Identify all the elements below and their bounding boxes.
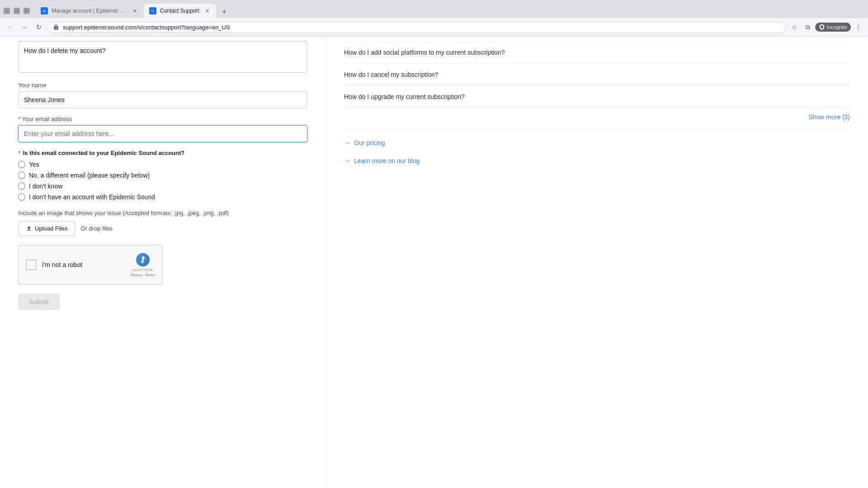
reload-button[interactable]: ↻ [33,21,45,33]
extensions-button[interactable]: ⧉ [802,21,814,33]
radio-noaccount-input[interactable] [18,193,25,201]
blog-link[interactable]: → Learn more on our blog [344,152,850,170]
file-upload-section: Include an image that shows your issue (… [18,210,307,236]
faq-item-1[interactable]: How do I cancel my subscription? [344,64,850,86]
blog-label: Learn more on our blog [354,157,420,164]
browser-title-bar: – □ ✕ M Manage account | Epidemic So... … [0,0,868,18]
captcha-label: I'm not a robot [42,261,125,268]
radio-required-marker: * [18,150,20,156]
address-bar[interactable]: support.epidemicsound.com/s/contactsuppo… [47,22,786,33]
our-pricing-label: Our pricing [354,139,385,146]
blog-arrow-icon: → [344,157,350,164]
captcha-privacy-terms: Privacy - Terms [130,273,155,277]
tab-favicon-1: M [41,7,48,14]
window-controls: – □ ✕ [4,8,30,14]
radio-yes-label: Yes [29,161,39,168]
faq-item-0[interactable]: How do I add social platforms to my curr… [344,41,850,64]
captcha-box[interactable]: I'm not a robot reCAPTCHA Pr [18,245,163,285]
right-panel: How do I add social platforms to my curr… [326,37,868,485]
drop-files-text: Or drop files [80,225,113,232]
radio-question-label: * Is this email connected to your Epidem… [18,150,307,156]
forward-button[interactable]: → [18,21,31,33]
captcha-terms-link[interactable]: Terms [145,273,155,277]
close-window-button[interactable]: ✕ [24,8,30,14]
new-tab-button[interactable]: + [218,5,231,18]
radio-different-label: No, a different email (please specify be… [29,172,150,179]
url-text[interactable]: support.epidemicsound.com/s/contactsuppo… [63,24,780,31]
incognito-label: Incognito [827,24,847,30]
tab-close-1[interactable]: ✕ [131,7,138,14]
recaptcha-logo [136,253,150,267]
our-pricing-link[interactable]: → Our pricing [344,134,850,152]
radio-noaccount-label: I don't have an account with Epidemic So… [29,193,155,201]
file-upload-label: Include an image that shows your issue (… [18,210,307,216]
email-input[interactable] [18,125,307,142]
upload-files-button[interactable]: Upload Files [18,221,75,236]
toolbar-actions: ☆ ⧉ Incognito ⋮ [788,21,864,33]
upload-icon [26,225,32,232]
tab-manage-account[interactable]: M Manage account | Epidemic So... ✕ [35,4,144,18]
email-label: * Your email address [18,116,307,122]
menu-button[interactable]: ⋮ [852,21,864,33]
faq-item-2[interactable]: How do I upgrade my current subscription… [344,86,850,108]
radio-option-dontknow[interactable]: I don't know [18,183,307,190]
browser-toolbar: ← → ↻ support.epidemicsound.com/s/contac… [0,18,868,36]
maximize-button[interactable]: □ [14,8,20,14]
minimize-button[interactable]: – [4,8,10,14]
radio-dontknow-input[interactable] [18,183,25,190]
back-button[interactable]: ← [4,21,16,33]
name-form-group: Your name [18,82,307,108]
name-label: Your name [18,82,307,89]
radio-group: Yes No, a different email (please specif… [18,161,307,201]
radio-option-yes[interactable]: Yes [18,161,307,168]
tab-title-2: Contact Support [160,8,200,14]
left-panel: How do I delete my account? Your name * … [0,37,326,485]
radio-form-group: * Is this email connected to your Epidem… [18,150,307,201]
radio-option-noaccount[interactable]: I don't have an account with Epidemic So… [18,193,307,201]
captcha-brand-label: reCAPTCHA [132,268,153,272]
show-more-button[interactable]: Show more (3) [344,108,850,126]
pricing-arrow-icon: → [344,139,350,146]
page-content: How do I delete my account? Your name * … [0,37,868,485]
question-textarea[interactable]: How do I delete my account? [24,47,302,65]
question-textarea-wrapper[interactable]: How do I delete my account? [18,41,307,73]
tab-title-1: Manage account | Epidemic So... [52,8,127,14]
captcha-privacy-link[interactable]: Privacy [130,273,142,277]
upload-area: Upload Files Or drop files [18,221,307,236]
tab-bar: M Manage account | Epidemic So... ✕ C Co… [35,4,864,18]
radio-yes-input[interactable] [18,161,25,168]
radio-option-different[interactable]: No, a different email (please specify be… [18,172,307,179]
divider [344,130,850,130]
email-form-group: * Your email address [18,116,307,142]
submit-button[interactable]: Submit [18,294,60,310]
email-required-marker: * [18,116,20,122]
radio-different-input[interactable] [18,172,25,179]
captcha-checkbox[interactable] [26,259,37,270]
radio-dontknow-label: I don't know [29,183,62,190]
captcha-logo-area: reCAPTCHA Privacy - Terms [130,253,155,277]
incognito-icon [819,24,825,30]
incognito-badge: Incognito [815,23,851,32]
name-input[interactable] [18,91,307,108]
bookmark-button[interactable]: ☆ [788,21,801,33]
lock-icon [53,24,59,30]
tab-favicon-2: C [149,7,156,14]
browser-chrome: – □ ✕ M Manage account | Epidemic So... … [0,0,868,37]
tab-close-2[interactable]: ✕ [203,7,211,14]
tab-contact-support[interactable]: C Contact Support ✕ [144,4,216,18]
